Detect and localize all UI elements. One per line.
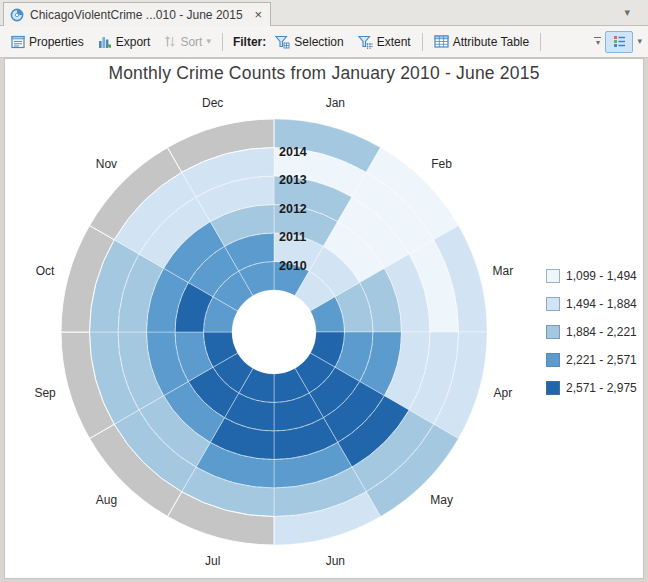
chart-view-icon: [10, 8, 24, 22]
selection-funnel-icon: [275, 35, 290, 49]
extent-label: Extent: [377, 35, 411, 49]
legend-swatch: [546, 381, 560, 395]
month-label-Jul: Jul: [205, 554, 220, 568]
legend-item: 1,099 - 1,494: [546, 262, 637, 290]
export-button[interactable]: Export: [91, 31, 158, 53]
filter-selection-button[interactable]: Selection: [268, 31, 350, 53]
legend-toggle-button[interactable]: [605, 31, 633, 53]
legend-swatch: [546, 269, 560, 283]
properties-button[interactable]: Properties: [4, 31, 91, 53]
month-label-Apr: Apr: [494, 386, 513, 400]
properties-label: Properties: [29, 35, 84, 49]
year-label-2013: 2013: [279, 173, 307, 187]
export-label: Export: [116, 35, 151, 49]
legend-button-caret-icon[interactable]: ▾: [637, 37, 642, 46]
legend-item: 1,884 - 2,221: [546, 318, 637, 346]
chart-toolbar: Properties Export Sort ▾ Filter:: [0, 26, 648, 58]
legend-label: 1,494 - 1,884: [566, 297, 637, 311]
toolbar-separator: [222, 33, 223, 51]
properties-icon: [11, 35, 25, 49]
extent-funnel-icon: [358, 35, 373, 49]
year-label-2012: 2012: [279, 202, 307, 216]
sort-label: Sort: [180, 35, 202, 49]
month-label-Mar: Mar: [493, 264, 514, 278]
month-label-Jan: Jan: [326, 96, 345, 110]
month-label-Nov: Nov: [96, 157, 117, 171]
export-icon: [98, 35, 112, 49]
tab-title: ChicagoViolentCrime ...010 - June 2015: [30, 8, 243, 22]
toolbar-separator: [540, 33, 541, 51]
attribute-table-icon: [434, 35, 449, 48]
window-dropdown-icon[interactable]: ▾: [624, 6, 630, 19]
year-label-2011: 2011: [279, 230, 306, 244]
legend-label: 2,221 - 2,571: [566, 353, 637, 367]
filter-label: Filter:: [233, 35, 266, 49]
filter-extent-button[interactable]: Extent: [351, 31, 418, 53]
legend-swatch: [546, 325, 560, 339]
chart-view-tab[interactable]: ChicagoViolentCrime ...010 - June 2015 ×: [3, 2, 271, 26]
attribute-table-label: Attribute Table: [453, 35, 530, 49]
center-hole: [232, 290, 315, 373]
legend-label: 2,571 - 2,975: [566, 381, 637, 395]
chart-legend: 1,099 - 1,4941,494 - 1,8841,884 - 2,2212…: [546, 262, 637, 402]
selection-label: Selection: [294, 35, 343, 49]
legend-list-icon: [613, 35, 626, 48]
legend-swatch: [546, 353, 560, 367]
year-label-2010: 2010: [279, 259, 307, 273]
tab-bar: ChicagoViolentCrime ...010 - June 2015 ×…: [0, 0, 648, 26]
month-label-Jun: Jun: [326, 554, 345, 568]
month-label-May: May: [430, 493, 453, 507]
sort-caret-icon: ▾: [206, 37, 211, 46]
month-label-Oct: Oct: [36, 264, 55, 278]
month-label-Dec: Dec: [202, 96, 223, 110]
chart-canvas: Monthly Crime Counts from January 2010 -…: [4, 58, 644, 579]
month-label-Aug: Aug: [96, 493, 117, 507]
year-label-2014: 2014: [279, 145, 307, 159]
sort-button: Sort ▾: [157, 31, 218, 53]
month-label-Sep: Sep: [34, 386, 56, 400]
sort-icon: [164, 35, 176, 48]
toolbar-separator: [422, 33, 423, 51]
legend-swatch: [546, 297, 560, 311]
tab-close-icon[interactable]: ×: [255, 8, 263, 21]
legend-item: 1,494 - 1,884: [546, 290, 637, 318]
attribute-table-button[interactable]: Attribute Table: [427, 31, 537, 53]
legend-item: 2,571 - 2,975: [546, 374, 637, 402]
legend-label: 1,099 - 1,494: [566, 269, 637, 283]
legend-label: 1,884 - 2,221: [566, 325, 637, 339]
legend-item: 2,221 - 2,571: [546, 346, 637, 374]
toolbar-overflow-icon[interactable]: ▾: [594, 37, 601, 47]
month-label-Feb: Feb: [431, 157, 452, 171]
